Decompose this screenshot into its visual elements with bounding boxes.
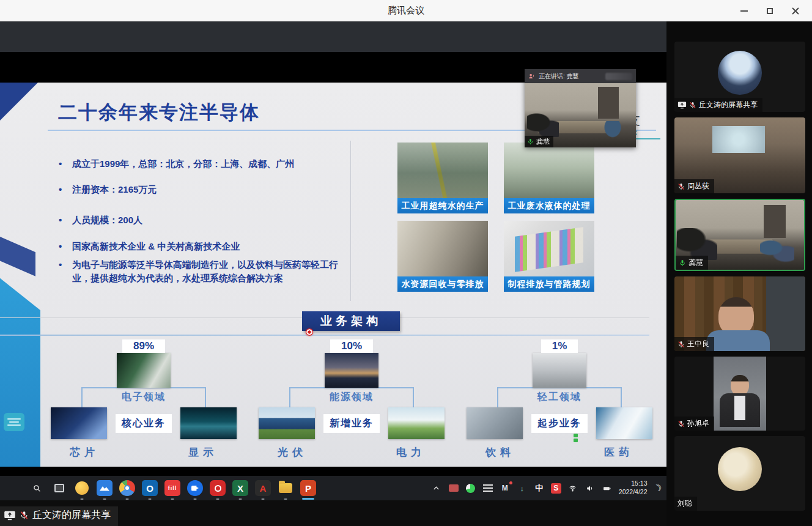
clock-time: 15:13: [619, 480, 648, 488]
participant-name: 刘聪: [677, 498, 692, 509]
participant-tile-qiuwentao[interactable]: 丘文涛的屏幕共享: [674, 42, 805, 112]
active-mic-icon: [679, 259, 686, 267]
tray-chevron-up-icon[interactable]: [431, 483, 442, 494]
start-button[interactable]: [6, 480, 22, 496]
battery-icon[interactable]: [602, 483, 613, 494]
role-box: 起步业务: [531, 414, 588, 433]
room-chairs: [527, 113, 559, 137]
role-label: 核心业务: [122, 418, 166, 428]
meeting-app-icon[interactable]: [187, 480, 203, 496]
wifi-icon[interactable]: [567, 483, 578, 494]
chrome-icon[interactable]: [119, 480, 135, 496]
percent-value: 89%: [133, 340, 154, 352]
sub-labels: 饮料 医药: [465, 445, 654, 459]
photo-caption: 水资源回收与零排放: [397, 276, 488, 292]
percent-box: 89%: [122, 339, 165, 353]
speaking-overlay-video[interactable]: 龚慧: [525, 83, 636, 147]
group-main-image: [117, 353, 171, 388]
photo-caption: 制程排放与管路规划: [504, 276, 594, 292]
slide-photo-grid: 工业用超纯水的生产 工业废水液体的处理 水资源回收与零排放 制程排放与管路规划: [397, 143, 594, 292]
excel-icon[interactable]: X: [232, 480, 248, 496]
participant-tile-gonghui-active[interactable]: 龚慧: [674, 199, 805, 271]
group-energy: 10% 能源领域 新增业务 光伏 电力: [257, 339, 446, 459]
photo-caption: 工业用超纯水的生产: [397, 198, 488, 213]
participant-tile-wangzhongliang[interactable]: 王中良: [674, 276, 805, 351]
speaker-person-icon: [528, 73, 535, 80]
bullet-capital: 注册资本：2165万元: [56, 183, 342, 196]
close-button[interactable]: [783, 0, 808, 21]
speaking-overlay-text: 正在讲话: 龚慧: [539, 72, 579, 81]
task-view-icon[interactable]: [51, 480, 67, 496]
file-explorer-icon[interactable]: [278, 480, 293, 496]
sub-image-solar: [259, 407, 315, 439]
sub-label-left: 光伏: [278, 445, 307, 459]
maximize-button[interactable]: [757, 0, 783, 21]
group-main-image: [533, 353, 586, 388]
percent-value: 10%: [341, 340, 362, 352]
laser-pointer-dot: [306, 328, 313, 336]
taskbar-tray: M ↓ 中 S 15:13 2022/4/22 ☽: [431, 480, 666, 496]
bullet-hightech: 国家高新技术企业 & 中关村高新技术企业: [56, 240, 342, 253]
room-person: [600, 121, 625, 142]
sub-image-display: [180, 407, 237, 439]
percent-box: 10%: [330, 339, 373, 353]
role-label: 新增业务: [330, 418, 374, 428]
netdisk-app-icon[interactable]: [97, 480, 113, 496]
stage-share-text: 丘文涛的屏幕共享: [32, 509, 111, 522]
slide-bullet-list: 成立于1999年，总部：北京，分部：上海、成都、广州 注册资本：2165万元 人…: [56, 149, 342, 285]
slide-blue-decoration: [0, 266, 40, 467]
search-icon[interactable]: [29, 480, 45, 496]
photo-caption: 工业废水液体的处理: [504, 198, 594, 213]
sub-image-pharma: [596, 407, 652, 439]
ime-indicator[interactable]: 中: [534, 483, 545, 494]
participant-label: 刘聪: [674, 497, 697, 511]
active-mic-icon: [527, 138, 534, 145]
group-sub-row: 核心业务: [49, 407, 238, 439]
yellow-app-icon[interactable]: [74, 480, 90, 496]
room-door: [764, 205, 786, 238]
person-head: [731, 375, 749, 396]
sub-image-power: [388, 407, 445, 439]
slide-list-decoration: [4, 413, 24, 431]
participant-label: 龚慧: [676, 256, 708, 270]
photo-image: [504, 143, 594, 198]
speaker-icon[interactable]: [585, 483, 596, 494]
percent-box: 1%: [541, 339, 578, 353]
powerpoint-icon[interactable]: P: [300, 480, 316, 496]
tray-sliders-icon[interactable]: [482, 483, 493, 494]
group-electronics: 89% 电子领域 核心业务 芯片 显示: [49, 339, 238, 459]
speaking-overlay-header[interactable]: 正在讲话: 龚慧: [525, 69, 636, 83]
participant-tile-liucong[interactable]: 刘聪: [674, 436, 805, 511]
sub-labels: 光伏 电力: [257, 445, 446, 459]
photo-wastewater: 工业废水液体的处理: [504, 143, 594, 213]
room-people: [760, 238, 794, 262]
focus-assist-moon-icon[interactable]: ☽: [652, 481, 663, 495]
bullet-founded: 成立于1999年，总部：北京，分部：上海、成都、广州: [56, 157, 342, 171]
sogou-icon[interactable]: S: [551, 483, 561, 494]
participant-tile-zhoucongdi[interactable]: 周丛荻: [674, 117, 805, 193]
sub-label-left: 芯片: [70, 445, 99, 459]
avatar: [718, 51, 762, 95]
overlay-blur-region: [605, 73, 632, 80]
group-sub-row: 新增业务: [257, 407, 446, 439]
outlook-icon[interactable]: O: [142, 480, 158, 496]
participant-tile-sunxuzhuo[interactable]: 孙旭卓: [674, 357, 805, 431]
red-app-icon[interactable]: fill: [164, 480, 180, 496]
group-domain-label: 能源领域: [330, 391, 374, 404]
window-controls: [731, 0, 808, 21]
muted-mic-icon: [689, 102, 696, 109]
participant-label: 王中良: [674, 337, 714, 351]
tray-download-icon[interactable]: ↓: [517, 483, 528, 494]
participant-name: 龚慧: [688, 257, 703, 268]
tray-green-ring-icon[interactable]: [465, 483, 476, 494]
acrobat-icon[interactable]: A: [255, 480, 271, 496]
taskbar-clock[interactable]: 15:13 2022/4/22: [619, 480, 648, 496]
red-camera-app-icon[interactable]: [210, 480, 226, 496]
tray-red-app-icon[interactable]: [448, 483, 459, 494]
group-domain-label: 轻工领域: [537, 391, 581, 404]
muted-mic-icon: [20, 511, 29, 520]
minimize-button[interactable]: [731, 0, 757, 21]
tray-m-icon[interactable]: M: [500, 483, 511, 494]
speaking-overlay[interactable]: 正在讲话: 龚慧 龚慧: [525, 69, 636, 147]
participant-name: 孙旭卓: [687, 418, 709, 429]
